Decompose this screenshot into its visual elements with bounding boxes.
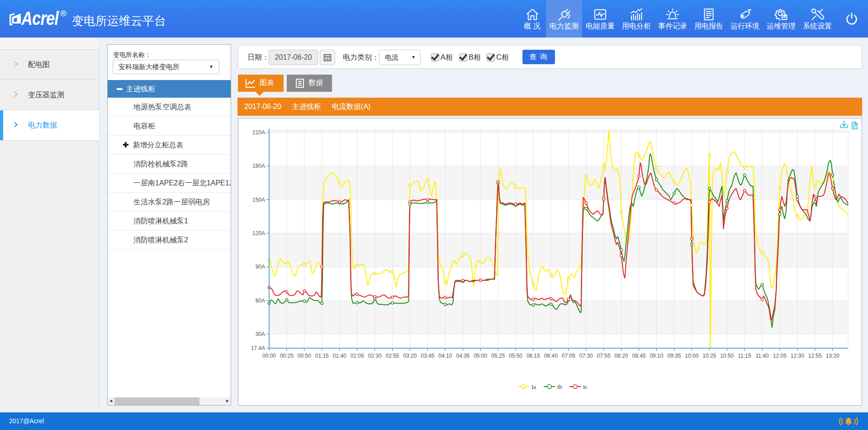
svg-text:00:25: 00:25 [280, 353, 294, 359]
svg-text:05:50: 05:50 [509, 353, 522, 359]
svg-text:09:10: 09:10 [650, 353, 663, 359]
svg-text:07:05: 07:05 [562, 353, 575, 359]
svg-text:02:55: 02:55 [385, 353, 399, 359]
svg-text:12:30: 12:30 [791, 353, 804, 359]
svg-text:05:00: 05:00 [474, 353, 487, 359]
svg-text:08:20: 08:20 [615, 353, 628, 359]
svg-text:10:25: 10:25 [702, 353, 716, 359]
svg-text:150A: 150A [252, 197, 265, 203]
svg-text:Ic: Ic [583, 383, 588, 390]
svg-text:120A: 120A [252, 230, 265, 236]
svg-text:02:05: 02:05 [351, 353, 364, 359]
svg-text:30A: 30A [256, 331, 265, 337]
svg-text:210A: 210A [252, 129, 265, 136]
svg-text:90A: 90A [256, 264, 265, 270]
svg-text:11:40: 11:40 [755, 353, 768, 359]
svg-text:06:15: 06:15 [526, 353, 540, 359]
svg-text:Ia: Ia [531, 383, 536, 390]
svg-text:Ib: Ib [557, 383, 562, 390]
svg-text:12:55: 12:55 [808, 353, 822, 359]
svg-text:06:40: 06:40 [544, 353, 558, 359]
svg-text:01:15: 01:15 [315, 353, 329, 359]
svg-text:08:45: 08:45 [632, 353, 646, 359]
svg-text:60A: 60A [256, 298, 265, 304]
svg-text:04:35: 04:35 [456, 353, 470, 359]
svg-text:13:20: 13:20 [826, 353, 840, 359]
svg-text:07:55: 07:55 [597, 353, 611, 359]
svg-text:12:05: 12:05 [773, 353, 787, 359]
svg-text:11:15: 11:15 [738, 353, 751, 359]
svg-text:09:35: 09:35 [667, 353, 681, 359]
svg-text:180A: 180A [252, 163, 265, 169]
svg-text:00:50: 00:50 [298, 353, 311, 359]
svg-text:10:50: 10:50 [720, 353, 734, 359]
svg-text:05:25: 05:25 [491, 353, 505, 359]
svg-text:00:00: 00:00 [262, 353, 276, 359]
svg-text:03:45: 03:45 [421, 353, 434, 359]
svg-text:10:00: 10:00 [685, 353, 698, 359]
svg-text:03:20: 03:20 [403, 353, 417, 359]
svg-text:17.4A: 17.4A [251, 345, 265, 351]
svg-text:07:30: 07:30 [579, 353, 593, 359]
svg-text:01:40: 01:40 [333, 353, 346, 359]
svg-text:04:10: 04:10 [438, 353, 452, 359]
svg-text:02:30: 02:30 [368, 353, 382, 359]
